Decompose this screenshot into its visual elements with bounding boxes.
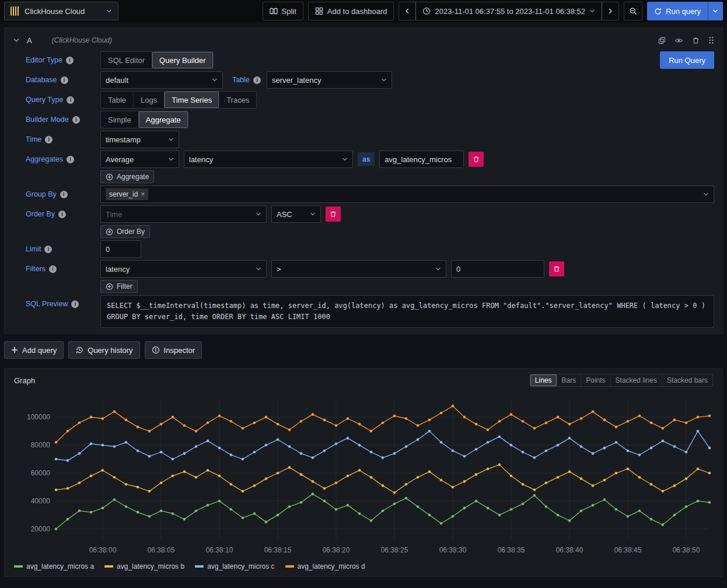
editor-type-option-query-builder[interactable]: Query Builder — [152, 52, 212, 68]
legend-item[interactable]: avg_latency_micros b — [104, 562, 184, 570]
table-select[interactable]: server_latency — [267, 71, 392, 89]
info-icon[interactable] — [72, 116, 80, 124]
time-range-back-button[interactable] — [399, 2, 416, 20]
order-by-column-select[interactable]: Time — [100, 205, 267, 223]
query-type-option-table[interactable]: Table — [101, 92, 133, 108]
add-query-button[interactable]: Add query — [4, 341, 64, 359]
info-icon[interactable] — [67, 156, 74, 163]
query-type-option-logs[interactable]: Logs — [133, 92, 164, 108]
chevron-down-icon — [106, 8, 112, 14]
info-icon[interactable] — [58, 211, 66, 218]
info-icon[interactable] — [71, 300, 79, 308]
graph-style-option-stacked-lines[interactable]: Stacked lines — [610, 374, 662, 386]
remove-order-by-button[interactable] — [326, 206, 341, 222]
run-query-interval-dropdown[interactable] — [708, 2, 723, 20]
datasource-picker[interactable]: ClickHouse Cloud — [4, 2, 118, 20]
toggle-visibility-button[interactable] — [674, 36, 683, 45]
plus-icon — [11, 346, 18, 354]
chevron-down-icon — [168, 136, 174, 142]
time-range-picker-button[interactable]: 2023-11-01 06:37:55 to 2023-11-01 06:38:… — [415, 2, 602, 20]
filter-value-input[interactable] — [451, 260, 544, 278]
remove-tag-icon[interactable] — [141, 190, 145, 198]
zoom-out-button[interactable] — [624, 2, 642, 20]
info-icon[interactable] — [67, 96, 74, 104]
graph-panel: Graph LinesBarsPointsStacked linesStacke… — [4, 368, 723, 577]
collapse-row-chevron-icon[interactable] — [13, 37, 20, 44]
svg-text:06:38:40: 06:38:40 — [556, 546, 583, 554]
group-by-label: Group By — [26, 190, 96, 198]
add-order-by-button[interactable]: Order By — [100, 225, 150, 238]
add-filter-button[interactable]: Filter — [100, 280, 138, 293]
graph-style-option-lines[interactable]: Lines — [530, 374, 557, 386]
svg-text:06:38:35: 06:38:35 — [498, 546, 525, 554]
legend-item[interactable]: avg_latency_micros a — [14, 562, 94, 570]
as-badge: as — [358, 152, 375, 166]
editor-type-option-sql-editor[interactable]: SQL Editor — [101, 52, 152, 68]
run-query-split-button: Run query — [647, 2, 723, 20]
time-picker-group: 2023-11-01 06:37:55 to 2023-11-01 06:38:… — [399, 2, 619, 20]
legend-item[interactable]: avg_latency_micros d — [285, 562, 365, 570]
chevron-down-icon — [168, 156, 174, 162]
editor-type-selector: SQL EditorQuery Builder — [100, 51, 214, 69]
info-icon[interactable] — [253, 76, 261, 84]
database-select[interactable]: default — [100, 71, 223, 89]
filter-operator-select[interactable]: > — [271, 260, 446, 278]
filter-column-select[interactable]: latency — [100, 260, 267, 278]
explore-toolbar: ClickHouse Cloud Split Add to dashboard … — [0, 0, 727, 22]
time-range-forward-button[interactable] — [602, 2, 619, 20]
split-button[interactable]: Split — [263, 2, 303, 20]
aggregate-alias-input[interactable] — [379, 150, 464, 168]
builder-mode-option-aggregate[interactable]: Aggregate — [138, 111, 188, 128]
info-circle-icon — [152, 346, 160, 354]
svg-text:20000: 20000 — [31, 525, 51, 533]
time-label: Time — [26, 135, 96, 144]
order-by-direction-select[interactable]: ASC — [271, 205, 321, 223]
add-to-dashboard-button[interactable]: Add to dashboard — [308, 2, 394, 20]
legend-series-swatch — [14, 565, 23, 568]
aggregate-column-select[interactable]: latency — [184, 150, 353, 168]
group-by-select[interactable]: server_id — [100, 186, 714, 203]
graph-style-option-bars[interactable]: Bars — [557, 374, 581, 386]
query-history-button[interactable]: Query history — [68, 341, 139, 359]
group-by-tag[interactable]: server_id — [106, 188, 148, 200]
sql-preview-label: SQL Preview — [26, 300, 96, 308]
history-icon — [75, 346, 83, 354]
time-column-select[interactable]: timestamp — [100, 131, 179, 148]
inspector-button[interactable]: Inspector — [145, 341, 202, 359]
info-icon[interactable] — [66, 57, 74, 64]
run-query-button[interactable]: Run query — [647, 2, 708, 20]
remove-query-button[interactable] — [692, 37, 700, 44]
editor-run-query-button[interactable]: Run Query — [660, 51, 714, 69]
query-type-option-traces[interactable]: Traces — [219, 92, 256, 108]
duplicate-query-button[interactable] — [658, 37, 666, 44]
graph-style-option-points[interactable]: Points — [581, 374, 610, 386]
time-series-chart[interactable]: 2000040000600008000010000006:38:0006:38:… — [11, 391, 718, 561]
svg-text:80000: 80000 — [31, 441, 51, 449]
split-icon — [270, 7, 278, 15]
svg-text:06:38:10: 06:38:10 — [206, 546, 233, 554]
svg-text:06:38:50: 06:38:50 — [673, 546, 700, 554]
chevron-down-icon — [310, 211, 316, 217]
query-type-option-time-series[interactable]: Time Series — [164, 92, 219, 108]
remove-filter-button[interactable] — [549, 261, 564, 276]
limit-input[interactable] — [100, 240, 141, 258]
chevron-down-icon — [712, 8, 718, 14]
remove-aggregate-button[interactable] — [469, 152, 484, 167]
legend-series-name: avg_latency_micros b — [117, 562, 184, 570]
aggregate-function-select[interactable]: Average — [100, 150, 179, 168]
builder-mode-option-simple[interactable]: Simple — [101, 111, 138, 128]
add-aggregate-button[interactable]: Aggregate — [100, 170, 154, 183]
info-icon[interactable] — [61, 76, 68, 84]
limit-label: Limit — [26, 245, 96, 253]
chevron-down-icon — [589, 8, 595, 14]
chevron-down-icon — [342, 156, 348, 162]
info-icon[interactable] — [45, 136, 53, 144]
graph-style-option-stacked-bars[interactable]: Stacked bars — [662, 374, 712, 386]
table-label: Table — [232, 76, 261, 84]
drag-handle-icon[interactable] — [708, 36, 714, 44]
svg-text:06:38:20: 06:38:20 — [323, 546, 350, 554]
info-icon[interactable] — [60, 191, 68, 198]
legend-item[interactable]: avg_latency_micros c — [195, 562, 274, 570]
info-icon[interactable] — [49, 265, 57, 273]
info-icon[interactable] — [44, 246, 52, 253]
